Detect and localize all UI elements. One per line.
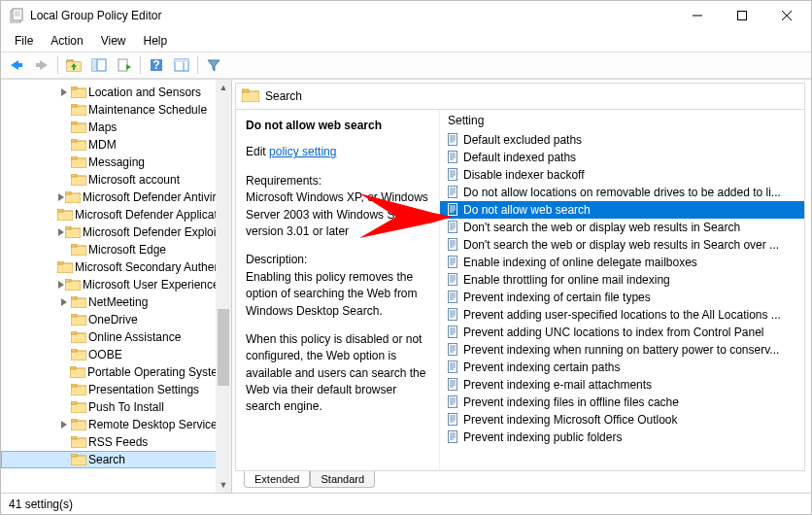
expand-icon[interactable]	[57, 87, 71, 98]
forward-button[interactable]	[30, 54, 53, 76]
svg-rect-48	[71, 244, 77, 247]
svg-rect-6	[738, 12, 747, 20]
setting-row[interactable]: Prevent indexing files in offline files …	[440, 394, 804, 411]
tree-item[interactable]: Maintenance Schedule	[1, 101, 231, 119]
scroll-thumb[interactable]	[218, 309, 229, 386]
tree-item-label: RSS Feeds	[88, 435, 148, 449]
setting-row[interactable]: Prevent adding UNC locations to index fr…	[440, 324, 804, 341]
setting-row[interactable]: Do not allow web search	[440, 201, 804, 219]
expand-icon[interactable]	[57, 420, 71, 430]
policy-icon	[446, 168, 459, 182]
tree-item[interactable]: Online Assistance	[1, 328, 231, 346]
requirements-text: Microsoft Windows XP, or Windows Server …	[246, 190, 428, 238]
tree-item[interactable]: Microsoft account	[1, 171, 231, 189]
tree-item[interactable]: OneDrive	[1, 311, 231, 328]
properties-button[interactable]	[170, 54, 193, 76]
tree-item[interactable]: NetMeeting	[1, 293, 231, 311]
svg-marker-25	[208, 60, 220, 71]
app-icon	[9, 8, 24, 23]
back-button[interactable]	[5, 54, 28, 76]
tree-item[interactable]: Presentation Settings	[1, 381, 231, 398]
setting-row[interactable]: Don't search the web or display web resu…	[440, 219, 804, 236]
edit-policy-link[interactable]: policy setting	[269, 145, 336, 158]
tree-scrollbar[interactable]: ▲ ▼	[216, 80, 231, 493]
scroll-down-icon[interactable]: ▼	[216, 477, 231, 493]
tree-item-label: Microsoft Defender Antivirus	[83, 190, 228, 204]
export-button[interactable]	[113, 54, 136, 76]
tree-item[interactable]: Location and Sensors	[1, 84, 231, 101]
setting-row[interactable]: Prevent indexing public folders	[440, 429, 804, 446]
policy-icon	[446, 395, 459, 409]
menu-view[interactable]: View	[93, 32, 134, 50]
filter-button[interactable]	[202, 54, 225, 76]
show-hide-tree-button[interactable]	[87, 54, 111, 76]
menu-help[interactable]: Help	[136, 32, 176, 50]
setting-row[interactable]: Enable throttling for online mail indexi…	[440, 271, 804, 289]
setting-row[interactable]: Prevent indexing e-mail attachments	[440, 376, 804, 394]
setting-row[interactable]: Prevent indexing when running on battery…	[440, 341, 804, 359]
tree-item[interactable]: Search	[1, 451, 231, 468]
folder-icon	[70, 365, 85, 379]
tree-item[interactable]: Push To Install	[1, 398, 231, 416]
tree-item[interactable]: Microsoft Defender Antivirus	[1, 189, 231, 206]
tab-extended[interactable]: Extended	[244, 471, 310, 488]
tree-item-label: Microsoft Edge	[88, 243, 166, 257]
setting-row[interactable]: Prevent indexing Microsoft Office Outloo…	[440, 411, 804, 429]
tree-item[interactable]: Remote Desktop Services	[1, 416, 231, 433]
close-button[interactable]	[764, 2, 809, 29]
tree-item[interactable]: Maps	[1, 119, 231, 136]
menu-action[interactable]: Action	[43, 32, 90, 50]
tree-item-label: Location and Sensors	[88, 86, 201, 99]
tree-item[interactable]: Microsoft Defender Exploit Guard	[1, 223, 231, 241]
setting-label: Don't search the web or display web resu…	[463, 221, 740, 234]
tree-item-label: Portable Operating System	[87, 365, 227, 379]
svg-rect-68	[71, 401, 77, 404]
tree-item[interactable]: Microsoft Secondary Authentication Facto…	[1, 258, 231, 276]
setting-row[interactable]: Default excluded paths	[440, 131, 804, 149]
setting-row[interactable]: Prevent adding user-specified locations …	[440, 306, 804, 324]
settings-list[interactable]: Default excluded pathsDefault indexed pa…	[440, 131, 804, 470]
tree-item[interactable]: Messaging	[1, 154, 231, 171]
setting-label: Enable indexing of online delegate mailb…	[463, 256, 697, 269]
expand-icon[interactable]	[57, 227, 65, 238]
setting-row[interactable]: Disable indexer backoff	[440, 166, 804, 184]
tree-item-label: Microsoft User Experience Virtualization	[83, 278, 231, 292]
expand-icon[interactable]	[57, 280, 65, 291]
settings-column-header[interactable]: Setting	[440, 110, 804, 131]
tree-item[interactable]: MDM	[1, 136, 231, 154]
setting-label: Prevent indexing Microsoft Office Outloo…	[463, 413, 678, 427]
tree-item-label: Messaging	[88, 155, 145, 169]
setting-row[interactable]: Prevent indexing certain paths	[440, 359, 804, 376]
tree-item[interactable]: Microsoft User Experience Virtualization	[1, 276, 231, 293]
tree-item[interactable]: RSS Feeds	[1, 433, 231, 451]
setting-row[interactable]: Don't search the web or display web resu…	[440, 236, 804, 254]
help-button[interactable]: ?	[145, 54, 168, 76]
settings-list-pane: Setting Default excluded pathsDefault in…	[440, 110, 804, 470]
setting-row[interactable]: Default indexed paths	[440, 149, 804, 166]
folder-icon	[71, 138, 86, 152]
setting-row[interactable]: Do not allow locations on removable driv…	[440, 184, 804, 201]
folder-icon	[71, 120, 86, 134]
tree-item[interactable]: Microsoft Defender Application Guard	[1, 206, 231, 223]
minimize-button[interactable]	[675, 2, 720, 29]
setting-label: Prevent indexing public folders	[463, 430, 622, 444]
setting-row[interactable]: Enable indexing of online delegate mailb…	[440, 254, 804, 271]
svg-rect-56	[71, 296, 77, 299]
expand-icon[interactable]	[57, 297, 71, 308]
tree-item[interactable]: Portable Operating System	[1, 363, 231, 381]
expand-icon[interactable]	[57, 192, 65, 203]
maximize-button[interactable]	[720, 2, 764, 29]
tree-item[interactable]: OOBE	[1, 346, 231, 363]
nav-tree[interactable]: Location and SensorsMaintenance Schedule…	[1, 80, 232, 493]
menu-file[interactable]: File	[7, 32, 41, 50]
scroll-up-icon[interactable]: ▲	[216, 80, 231, 95]
svg-marker-26	[61, 88, 67, 96]
tree-item[interactable]: Microsoft Edge	[1, 241, 231, 258]
policy-icon	[446, 221, 459, 234]
folder-icon	[65, 278, 81, 292]
tab-standard[interactable]: Standard	[310, 471, 375, 488]
svg-rect-16	[92, 59, 97, 71]
setting-row[interactable]: Prevent indexing of certain file types	[440, 289, 804, 306]
up-button[interactable]	[62, 54, 85, 76]
folder-icon	[71, 400, 86, 414]
